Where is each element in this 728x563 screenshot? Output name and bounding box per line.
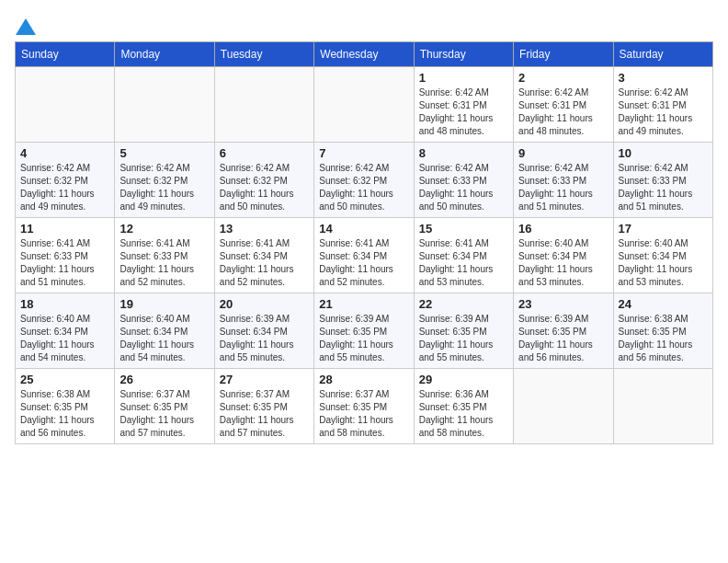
day-number: 20 xyxy=(220,297,309,311)
calendar-week-row: 4Sunrise: 6:42 AM Sunset: 6:32 PM Daylig… xyxy=(16,143,713,218)
weekday-header-saturday: Saturday xyxy=(613,42,712,67)
day-info: Sunrise: 6:42 AM Sunset: 6:32 PM Dayligh… xyxy=(20,162,109,213)
day-info: Sunrise: 6:39 AM Sunset: 6:35 PM Dayligh… xyxy=(518,313,608,364)
day-info: Sunrise: 6:41 AM Sunset: 6:33 PM Dayligh… xyxy=(119,237,209,289)
day-info: Sunrise: 6:40 AM Sunset: 6:34 PM Dayligh… xyxy=(20,313,109,364)
calendar-cell xyxy=(115,67,214,143)
day-number: 15 xyxy=(419,222,508,236)
day-number: 9 xyxy=(518,146,608,160)
calendar-cell: 23Sunrise: 6:39 AM Sunset: 6:35 PM Dayli… xyxy=(514,293,613,369)
weekday-header-monday: Monday xyxy=(115,42,214,67)
day-number: 6 xyxy=(220,146,309,160)
calendar-cell: 6Sunrise: 6:42 AM Sunset: 6:32 PM Daylig… xyxy=(214,143,313,218)
day-number: 28 xyxy=(319,373,408,386)
calendar-week-row: 18Sunrise: 6:40 AM Sunset: 6:34 PM Dayli… xyxy=(16,293,713,369)
day-info: Sunrise: 6:42 AM Sunset: 6:33 PM Dayligh… xyxy=(419,162,508,213)
calendar-cell: 26Sunrise: 6:37 AM Sunset: 6:35 PM Dayli… xyxy=(115,369,214,444)
calendar-cell: 27Sunrise: 6:37 AM Sunset: 6:35 PM Dayli… xyxy=(214,369,313,444)
day-info: Sunrise: 6:39 AM Sunset: 6:35 PM Dayligh… xyxy=(419,313,508,364)
calendar-cell: 2Sunrise: 6:42 AM Sunset: 6:31 PM Daylig… xyxy=(514,67,613,143)
calendar-cell: 18Sunrise: 6:40 AM Sunset: 6:34 PM Dayli… xyxy=(16,293,115,369)
calendar-cell xyxy=(514,369,613,444)
day-info: Sunrise: 6:42 AM Sunset: 6:31 PM Dayligh… xyxy=(619,86,708,138)
day-number: 24 xyxy=(619,297,708,311)
day-number: 5 xyxy=(119,146,209,160)
day-info: Sunrise: 6:42 AM Sunset: 6:32 PM Dayligh… xyxy=(319,162,408,213)
logo-text xyxy=(15,15,36,38)
day-info: Sunrise: 6:39 AM Sunset: 6:35 PM Dayligh… xyxy=(319,313,408,364)
calendar-cell xyxy=(214,67,313,143)
weekday-header-wednesday: Wednesday xyxy=(314,42,414,67)
day-info: Sunrise: 6:40 AM Sunset: 6:34 PM Dayligh… xyxy=(119,313,209,364)
day-number: 26 xyxy=(119,373,209,386)
calendar-cell: 13Sunrise: 6:41 AM Sunset: 6:34 PM Dayli… xyxy=(214,218,313,293)
day-number: 22 xyxy=(419,297,508,311)
weekday-header-thursday: Thursday xyxy=(414,42,513,67)
day-info: Sunrise: 6:42 AM Sunset: 6:31 PM Dayligh… xyxy=(518,86,608,138)
day-number: 3 xyxy=(619,71,708,85)
calendar-cell xyxy=(16,67,115,143)
day-info: Sunrise: 6:41 AM Sunset: 6:34 PM Dayligh… xyxy=(419,237,508,289)
calendar-week-row: 25Sunrise: 6:38 AM Sunset: 6:35 PM Dayli… xyxy=(16,369,713,444)
day-number: 4 xyxy=(20,146,109,160)
weekday-header-friday: Friday xyxy=(514,42,613,67)
calendar-cell: 24Sunrise: 6:38 AM Sunset: 6:35 PM Dayli… xyxy=(613,293,712,369)
day-number: 11 xyxy=(20,222,109,236)
calendar-cell: 10Sunrise: 6:42 AM Sunset: 6:33 PM Dayli… xyxy=(613,143,712,218)
calendar-cell xyxy=(613,369,712,444)
day-number: 29 xyxy=(419,373,508,386)
calendar-cell: 8Sunrise: 6:42 AM Sunset: 6:33 PM Daylig… xyxy=(414,143,513,218)
calendar-cell: 1Sunrise: 6:42 AM Sunset: 6:31 PM Daylig… xyxy=(414,67,513,143)
calendar-cell: 12Sunrise: 6:41 AM Sunset: 6:33 PM Dayli… xyxy=(115,218,214,293)
day-info: Sunrise: 6:40 AM Sunset: 6:34 PM Dayligh… xyxy=(518,237,608,289)
day-number: 1 xyxy=(419,71,508,85)
day-number: 7 xyxy=(319,146,408,160)
day-info: Sunrise: 6:39 AM Sunset: 6:34 PM Dayligh… xyxy=(220,313,309,364)
calendar-cell: 29Sunrise: 6:36 AM Sunset: 6:35 PM Dayli… xyxy=(414,369,513,444)
day-info: Sunrise: 6:42 AM Sunset: 6:31 PM Dayligh… xyxy=(419,86,508,138)
day-number: 25 xyxy=(20,373,109,386)
calendar-table: SundayMondayTuesdayWednesdayThursdayFrid… xyxy=(15,41,713,444)
logo-icon xyxy=(16,18,36,35)
svg-marker-0 xyxy=(16,18,36,35)
day-info: Sunrise: 6:42 AM Sunset: 6:32 PM Dayligh… xyxy=(220,162,309,213)
day-info: Sunrise: 6:37 AM Sunset: 6:35 PM Dayligh… xyxy=(220,388,309,440)
day-number: 23 xyxy=(518,297,608,311)
logo xyxy=(15,15,36,34)
calendar-cell: 28Sunrise: 6:37 AM Sunset: 6:35 PM Dayli… xyxy=(314,369,414,444)
day-info: Sunrise: 6:41 AM Sunset: 6:33 PM Dayligh… xyxy=(20,237,109,289)
calendar-cell: 7Sunrise: 6:42 AM Sunset: 6:32 PM Daylig… xyxy=(314,143,414,218)
page-header xyxy=(15,15,713,34)
calendar-cell: 9Sunrise: 6:42 AM Sunset: 6:33 PM Daylig… xyxy=(514,143,613,218)
day-info: Sunrise: 6:42 AM Sunset: 6:33 PM Dayligh… xyxy=(518,162,608,213)
calendar-header-row: SundayMondayTuesdayWednesdayThursdayFrid… xyxy=(16,42,713,67)
day-number: 12 xyxy=(119,222,209,236)
day-number: 21 xyxy=(319,297,408,311)
calendar-cell: 3Sunrise: 6:42 AM Sunset: 6:31 PM Daylig… xyxy=(613,67,712,143)
calendar-week-row: 1Sunrise: 6:42 AM Sunset: 6:31 PM Daylig… xyxy=(16,67,713,143)
day-number: 2 xyxy=(518,71,608,85)
day-info: Sunrise: 6:41 AM Sunset: 6:34 PM Dayligh… xyxy=(220,237,309,289)
day-info: Sunrise: 6:38 AM Sunset: 6:35 PM Dayligh… xyxy=(20,388,109,440)
day-number: 19 xyxy=(119,297,209,311)
day-info: Sunrise: 6:42 AM Sunset: 6:32 PM Dayligh… xyxy=(119,162,209,213)
day-info: Sunrise: 6:37 AM Sunset: 6:35 PM Dayligh… xyxy=(319,388,408,440)
calendar-cell: 19Sunrise: 6:40 AM Sunset: 6:34 PM Dayli… xyxy=(115,293,214,369)
day-number: 18 xyxy=(20,297,109,311)
weekday-header-tuesday: Tuesday xyxy=(214,42,313,67)
day-number: 27 xyxy=(220,373,309,386)
day-number: 13 xyxy=(220,222,309,236)
calendar-cell: 15Sunrise: 6:41 AM Sunset: 6:34 PM Dayli… xyxy=(414,218,513,293)
calendar-cell: 17Sunrise: 6:40 AM Sunset: 6:34 PM Dayli… xyxy=(613,218,712,293)
calendar-cell: 16Sunrise: 6:40 AM Sunset: 6:34 PM Dayli… xyxy=(514,218,613,293)
calendar-cell: 4Sunrise: 6:42 AM Sunset: 6:32 PM Daylig… xyxy=(16,143,115,218)
day-info: Sunrise: 6:42 AM Sunset: 6:33 PM Dayligh… xyxy=(619,162,708,213)
day-info: Sunrise: 6:36 AM Sunset: 6:35 PM Dayligh… xyxy=(419,388,508,440)
calendar-cell: 20Sunrise: 6:39 AM Sunset: 6:34 PM Dayli… xyxy=(214,293,313,369)
calendar-week-row: 11Sunrise: 6:41 AM Sunset: 6:33 PM Dayli… xyxy=(16,218,713,293)
calendar-cell xyxy=(314,67,414,143)
day-info: Sunrise: 6:40 AM Sunset: 6:34 PM Dayligh… xyxy=(619,237,708,289)
calendar-cell: 25Sunrise: 6:38 AM Sunset: 6:35 PM Dayli… xyxy=(16,369,115,444)
day-info: Sunrise: 6:38 AM Sunset: 6:35 PM Dayligh… xyxy=(619,313,708,364)
calendar-cell: 5Sunrise: 6:42 AM Sunset: 6:32 PM Daylig… xyxy=(115,143,214,218)
